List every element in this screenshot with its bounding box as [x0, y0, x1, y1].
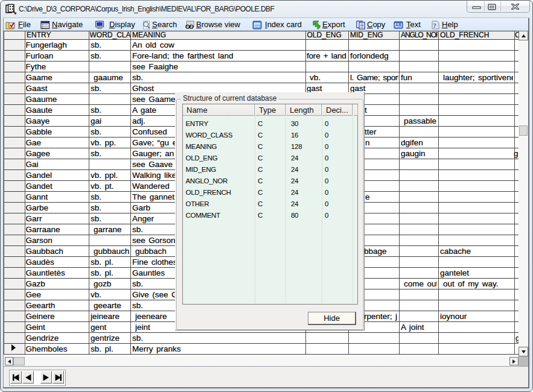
svg-text:AB: AB — [395, 22, 401, 28]
svg-text:?: ? — [433, 22, 436, 29]
